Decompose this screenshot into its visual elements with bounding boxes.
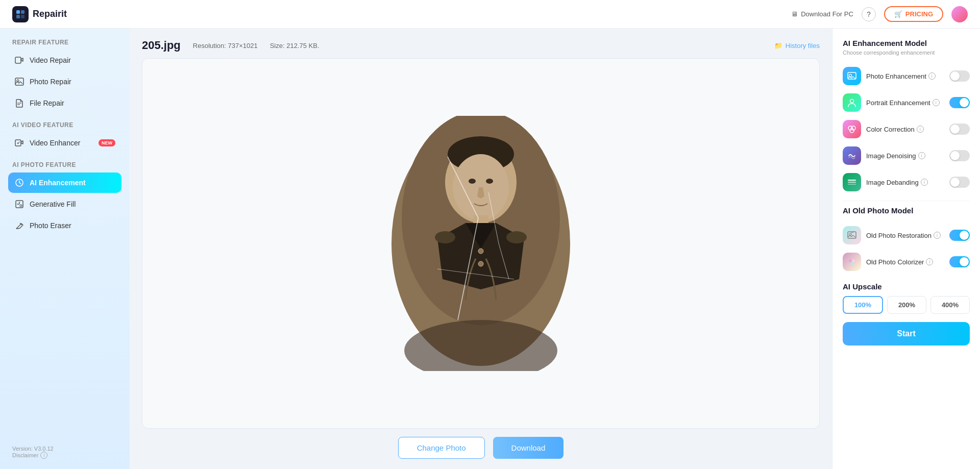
version-text: Version: V3.0.12 [12,446,117,452]
download-button[interactable]: Download [493,437,564,459]
disclaimer[interactable]: Disclaimer i [12,452,117,459]
generative-fill-icon [14,199,24,209]
ai-old-photo-title: AI Old Photo Model [843,206,970,215]
ai-video-title: AI Video Feature [8,121,121,129]
svg-rect-9 [15,140,21,146]
color-correction-icon [843,120,861,138]
file-title: 205.jpg [142,39,181,52]
svg-rect-1 [21,10,24,14]
file-size: Size: 212.75 KB. [270,42,320,50]
sidebar-item-label: AI Enhancement [30,179,86,187]
sidebar-item-label: Photo Repair [30,78,71,86]
svg-point-37 [849,233,851,235]
svg-rect-0 [16,10,20,14]
svg-point-12 [20,205,22,207]
feature-row-old-photo-restoration: Old Photo Restoration i [843,222,970,249]
svg-rect-3 [21,15,24,18]
sidebar-item-label: Video Repair [30,56,71,64]
image-denoising-toggle[interactable] [949,150,970,161]
sidebar-item-label: Video Enhancer [30,139,80,147]
photo-repair-icon [14,77,24,87]
sidebar-item-label: Generative Fill [30,200,76,208]
photo-eraser-icon [14,220,24,231]
old-photo-colorizer-info[interactable]: i [926,258,933,265]
svg-point-28 [849,75,852,77]
feature-row-old-photo-colorizer: Old Photo Colorizer i [843,249,970,275]
download-pc-btn[interactable]: 🖥 Download For PC [791,10,853,18]
right-panel: AI Enhancement Model Choose correspondin… [832,29,980,469]
old-photo-restoration-icon [843,226,861,244]
ai-enhancement-icon [14,178,24,188]
sidebar-item-photo-repair[interactable]: Photo Repair [8,71,121,92]
help-icon[interactable]: ? [862,7,876,21]
upscale-400-btn[interactable]: 400% [930,296,970,314]
feature-row-photo-enhancement: Photo Enhancement i [843,63,970,89]
sidebar-item-file-repair[interactable]: File Repair [8,93,121,113]
avatar[interactable] [951,6,968,22]
image-debanding-icon [843,173,861,191]
content-area: 205.jpg Resolution: 737×1021 Size: 212.7… [130,29,832,469]
sidebar-item-generative-fill[interactable]: Generative Fill [8,194,121,214]
svg-point-19 [469,179,476,184]
ai-enhancement-title: AI Enhancement Model [843,39,970,47]
svg-point-38 [849,259,852,262]
photo-enhancement-info[interactable]: i [928,72,936,80]
photo-enhancement-label: Photo Enhancement i [866,72,944,80]
history-files-btn[interactable]: 📁 History files [774,42,820,50]
feature-row-image-denoising: Image Denoising i [843,142,970,169]
svg-point-6 [17,80,19,82]
sidebar-item-label: Photo Eraser [30,221,71,230]
image-denoising-info[interactable]: i [918,152,925,159]
sidebar-item-photo-eraser[interactable]: Photo Eraser [8,215,121,236]
sidebar-sections: Repair Feature Video Repair [0,39,130,446]
start-button[interactable]: Start [843,322,970,345]
file-resolution: Resolution: 737×1021 [193,42,258,50]
sidebar-item-label: File Repair [30,99,64,107]
portrait-enhancement-toggle[interactable] [949,97,970,108]
sidebar-item-ai-enhancement[interactable]: AI Enhancement [8,172,121,193]
old-photo-restoration-toggle[interactable] [949,230,970,241]
monitor-icon: 🖥 [791,10,798,18]
ai-video-section: AI Video Feature Video Enhancer NEW [0,121,130,153]
upscale-100-btn[interactable]: 100% [843,296,883,314]
ai-photo-title: AI Photo Feature [8,161,121,168]
svg-rect-11 [16,201,23,208]
main-area: Repair Feature Video Repair [0,29,980,469]
upscale-200-btn[interactable]: 200% [887,296,926,314]
disclaimer-info-icon: i [40,452,47,459]
photo-enhancement-toggle[interactable] [949,70,970,82]
old-photo [386,116,575,371]
svg-point-20 [486,179,493,184]
logo-area: Repairit [12,6,67,22]
ai-enhancement-subtitle: Choose corresponding enhancement [843,50,970,56]
portrait-enhancement-info[interactable]: i [933,99,940,106]
svg-point-29 [850,100,854,103]
sidebar-item-video-repair[interactable]: Video Repair [8,50,121,70]
app-name: Repairit [33,9,67,19]
sidebar-item-video-enhancer[interactable]: Video Enhancer NEW [8,133,121,153]
old-photo-colorizer-label: Old Photo Colorizer i [866,258,944,266]
color-correction-info[interactable]: i [917,126,924,133]
svg-point-24 [478,249,483,254]
svg-rect-2 [16,15,20,18]
new-badge: NEW [99,139,115,146]
video-repair-icon [14,55,24,65]
old-photo-colorizer-toggle[interactable] [949,256,970,267]
sidebar: Repair Feature Video Repair [0,29,130,469]
feature-row-image-debanding: Image Debanding i [843,169,970,195]
upscale-options: 100% 200% 400% [843,296,970,314]
portrait-enhancement-icon [843,93,861,112]
image-debanding-info[interactable]: i [921,179,928,186]
svg-rect-5 [15,78,23,85]
file-header: 205.jpg Resolution: 737×1021 Size: 212.7… [142,39,820,52]
sidebar-bottom: Version: V3.0.12 Disclaimer i [0,446,130,459]
color-correction-toggle[interactable] [949,124,970,135]
video-enhancer-icon [14,138,24,148]
image-container [142,58,820,429]
pricing-button[interactable]: 🛒 PRICING [884,6,943,22]
image-debanding-toggle[interactable] [949,177,970,188]
repair-feature-section: Repair Feature Video Repair [0,39,130,113]
change-photo-button[interactable]: Change Photo [398,437,485,459]
image-debanding-label: Image Debanding i [866,179,944,186]
old-photo-restoration-info[interactable]: i [934,232,941,239]
